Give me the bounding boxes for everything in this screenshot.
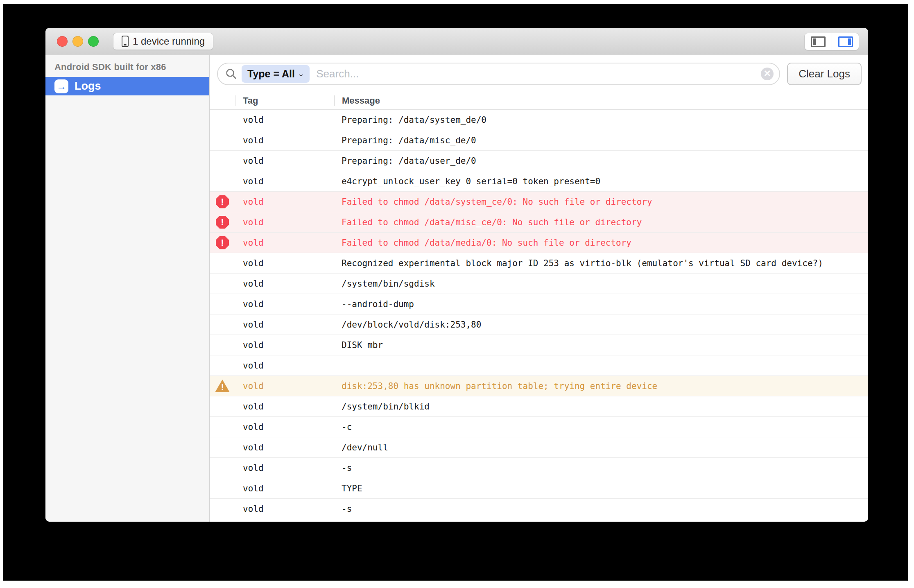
log-row[interactable]: vold /dev/block/vold/disk:253,80 (210, 314, 868, 335)
log-row[interactable]: vold DISK mbr (210, 335, 868, 355)
search-icon (225, 68, 237, 79)
error-icon: ! (216, 236, 229, 249)
clear-search-button[interactable]: ✕ (761, 68, 774, 80)
type-filter-label: Type = All (247, 68, 295, 80)
message-column-header[interactable]: Message (335, 95, 868, 106)
log-tag-cell: vold (235, 443, 334, 452)
log-message-cell: Preparing: /data/user_de/0 (334, 156, 868, 166)
log-message-cell: /system/bin/sgdisk (334, 279, 868, 289)
log-row[interactable]: vold /system/bin/sgdisk (210, 274, 868, 294)
device-name-header: Android SDK built for x86 (45, 55, 209, 72)
toggle-right-panel-button[interactable] (832, 33, 859, 50)
panel-toggle-group (804, 33, 859, 50)
app-window: 1 device running Android SDK built for x… (45, 28, 868, 522)
close-icon: ✕ (764, 69, 771, 78)
close-window-button[interactable] (57, 36, 68, 47)
device-running-button[interactable]: 1 device running (113, 33, 213, 50)
log-message-cell: /dev/null (334, 443, 868, 452)
log-message-cell: /system/bin/blkid (334, 402, 868, 412)
toolbar: Type = All ⌄ ✕ Clear Logs (210, 55, 868, 92)
search-input[interactable] (316, 68, 761, 80)
log-row[interactable]: vold Recognized experimental block major… (210, 253, 868, 274)
log-tag-cell: vold (235, 320, 334, 330)
log-row[interactable]: ! vold Failed to chmod /data/media/0: No… (210, 233, 868, 253)
zoom-window-button[interactable] (88, 36, 99, 47)
search-field[interactable]: Type = All ⌄ ✕ (217, 63, 780, 85)
type-filter-token[interactable]: Type = All ⌄ (242, 65, 310, 83)
main-panel: Type = All ⌄ ✕ Clear Logs Tag (210, 55, 868, 522)
log-message-cell: Preparing: /data/misc_de/0 (334, 136, 868, 145)
log-tag-cell: vold (235, 238, 334, 248)
log-row[interactable]: vold Preparing: /data/misc_de/0 (210, 130, 868, 151)
log-message-cell: -s (334, 504, 868, 514)
log-message-cell: Preparing: /data/system_de/0 (334, 115, 868, 125)
log-row[interactable]: vold e4crypt_unlock_user_key 0 serial=0 … (210, 171, 868, 192)
log-tag-cell: vold (235, 361, 334, 371)
log-row[interactable]: ! vold disk:253,80 has unknown partition… (210, 376, 868, 396)
tag-column-header[interactable]: Tag (235, 95, 334, 106)
log-tag-cell: vold (235, 115, 334, 125)
traffic-lights (57, 36, 99, 47)
log-tag-cell: vold (235, 176, 334, 186)
log-row[interactable]: vold Preparing: /data/user_de/0 (210, 151, 868, 171)
log-row[interactable]: vold /system/bin/blkid (210, 396, 868, 417)
log-row[interactable]: vold (210, 355, 868, 376)
log-message-cell: -s (334, 463, 868, 473)
log-message-cell: Recognized experimental block major ID 2… (334, 258, 868, 268)
error-icon: ! (216, 195, 229, 208)
desktop-background: 1 device running Android SDK built for x… (3, 4, 908, 581)
left-panel-icon (811, 36, 826, 47)
log-tag-cell: vold (235, 422, 334, 432)
log-tag-cell: vold (235, 217, 334, 227)
log-message-cell: e4crypt_unlock_user_key 0 serial=0 token… (334, 176, 868, 186)
log-tag-cell: vold (235, 402, 334, 412)
log-table: vold Preparing: /data/system_de/0 vold P… (210, 110, 868, 522)
log-row[interactable]: vold TYPE (210, 478, 868, 499)
log-tag-cell: vold (235, 197, 334, 207)
log-tag-cell: vold (235, 258, 334, 268)
sidebar: Android SDK built for x86 → Logs (45, 55, 210, 522)
log-row[interactable]: vold --android-dump (210, 294, 868, 314)
error-icon: ! (216, 216, 229, 229)
log-tag-cell: vold (235, 463, 334, 473)
log-tag-cell: vold (235, 279, 334, 289)
log-table-header: Tag Message (210, 92, 868, 110)
log-row[interactable]: ! vold Failed to chmod /data/system_ce/0… (210, 192, 868, 212)
log-tag-cell: vold (235, 156, 334, 166)
log-row[interactable]: ! vold Failed to chmod /data/misc_ce/0: … (210, 212, 868, 233)
log-message-cell: Failed to chmod /data/misc_ce/0: No such… (334, 217, 868, 227)
clear-logs-button[interactable]: Clear Logs (787, 63, 862, 85)
titlebar: 1 device running (45, 28, 868, 55)
phone-icon (122, 36, 129, 47)
chevron-down-icon: ⌄ (297, 70, 305, 78)
log-message-cell: Failed to chmod /data/media/0: No such f… (334, 238, 868, 248)
log-tag-cell: vold (235, 484, 334, 493)
log-tag-cell: vold (235, 299, 334, 309)
log-message-cell: DISK mbr (334, 340, 868, 350)
log-tag-cell: vold (235, 381, 334, 391)
device-running-label: 1 device running (133, 36, 205, 47)
sidebar-item-label: Logs (75, 80, 101, 93)
warning-icon: ! (215, 380, 230, 392)
log-message-cell: disk:253,80 has unknown partition table;… (334, 381, 868, 391)
minimize-window-button[interactable] (72, 36, 83, 47)
severity-icon-cell: ! (210, 195, 235, 208)
log-tag-cell: vold (235, 340, 334, 350)
log-tag-cell: vold (235, 136, 334, 145)
log-row[interactable]: vold Preparing: /data/system_de/0 (210, 110, 868, 130)
severity-icon-cell: ! (210, 380, 235, 392)
right-panel-icon (838, 36, 853, 47)
arrow-right-icon: → (54, 79, 68, 93)
log-message-cell: Failed to chmod /data/system_ce/0: No su… (334, 197, 868, 207)
log-row[interactable]: vold /dev/null (210, 437, 868, 458)
severity-icon-cell: ! (210, 216, 235, 229)
sidebar-item-logs[interactable]: → Logs (45, 77, 209, 95)
log-message-cell: /dev/block/vold/disk:253,80 (334, 320, 868, 330)
severity-icon-cell: ! (210, 236, 235, 249)
log-message-cell: TYPE (334, 484, 868, 493)
log-row[interactable]: vold -s (210, 458, 868, 478)
log-message-cell: -c (334, 422, 868, 432)
log-row[interactable]: vold -c (210, 417, 868, 437)
toggle-left-panel-button[interactable] (805, 33, 832, 50)
log-row[interactable]: vold -s (210, 499, 868, 519)
